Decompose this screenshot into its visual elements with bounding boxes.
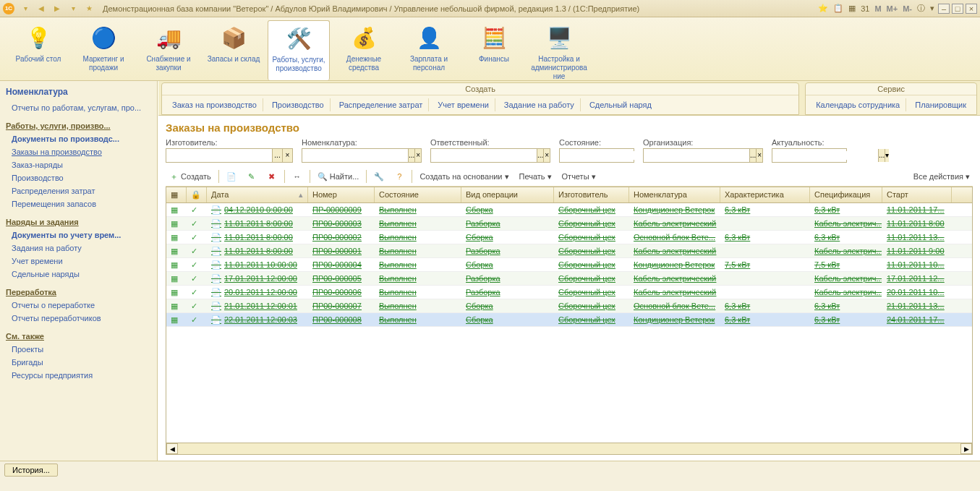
filter-clear[interactable]: × bbox=[282, 149, 292, 162]
sec-tab-1-1[interactable]: Планировщик bbox=[909, 98, 972, 111]
copy-button[interactable]: 📄 bbox=[223, 170, 239, 183]
maximize-button[interactable]: □ bbox=[952, 4, 963, 14]
sec-tab-0-2[interactable]: Распределение затрат bbox=[333, 98, 430, 111]
filter-combo[interactable]: ... × bbox=[643, 148, 763, 163]
filter-input[interactable] bbox=[772, 151, 878, 160]
filter-input[interactable] bbox=[166, 151, 272, 160]
sidebar-item-0-0[interactable]: Документы по производс... bbox=[6, 132, 151, 145]
nav-dropdown-button[interactable]: ▾ bbox=[66, 2, 80, 15]
filter-select[interactable]: ... bbox=[408, 149, 414, 162]
grid-col-header-5[interactable]: Вид операции bbox=[461, 187, 554, 202]
close-button[interactable]: × bbox=[966, 4, 977, 14]
history-button[interactable]: История... bbox=[4, 464, 58, 477]
main-nav-5[interactable]: 💰Денежные средства bbox=[333, 20, 395, 80]
sidebar-item-1-2[interactable]: Учет времени bbox=[6, 255, 151, 268]
sidebar-item-3-1[interactable]: Бригады bbox=[6, 356, 151, 369]
sec-tab-0-4[interactable]: Задание на работу bbox=[498, 98, 581, 111]
calc-icon[interactable]: ▦ bbox=[847, 4, 857, 13]
sidebar-item-1-3[interactable]: Сдельные наряды bbox=[6, 268, 151, 281]
main-nav-7[interactable]: 🧮Финансы bbox=[463, 20, 525, 80]
table-row[interactable]: ▦ ✓ 📄22.01.2011 12:00:03 ПР00-000008 Вып… bbox=[166, 313, 972, 327]
create-based-button[interactable]: Создать на основании ▾ bbox=[417, 171, 511, 183]
sidebar-item-3-2[interactable]: Ресурсы предприятия bbox=[6, 369, 151, 382]
filter-input[interactable] bbox=[302, 151, 408, 160]
table-row[interactable]: ▦ ✓ 📄11.01.2011 8:00:00 ПР00-000002 Выпо… bbox=[166, 231, 972, 244]
filter-select[interactable]: ... bbox=[272, 149, 282, 162]
grid-col-header-0[interactable]: ▦ bbox=[166, 187, 187, 202]
sidebar-panel-title[interactable]: Номенклатура bbox=[6, 87, 151, 97]
sidebar-group-title-3[interactable]: См. также bbox=[6, 332, 151, 341]
table-row[interactable]: ▦ ✓ 📄21.01.2011 12:00:01 ПР00-000007 Вып… bbox=[166, 299, 972, 313]
filter-combo[interactable]: ... × bbox=[166, 148, 293, 163]
table-row[interactable]: ▦ ✓ 📄17.01.2011 12:00:00 ПР00-000005 Вып… bbox=[166, 272, 972, 286]
filter-input[interactable] bbox=[431, 151, 537, 160]
filter-clear[interactable]: × bbox=[543, 149, 550, 162]
main-nav-2[interactable]: 🚚Снабжение и закупки bbox=[137, 20, 200, 80]
main-nav-8[interactable]: 🖥️Настройка и администрирование bbox=[528, 20, 590, 80]
table-row[interactable]: ▦ ✓ 📄11.01.2011 8:00:00 ПР00-000001 Выпо… bbox=[166, 244, 972, 258]
nav-back-button[interactable]: ◀ bbox=[34, 2, 48, 15]
m-minus-button[interactable]: M- bbox=[901, 4, 913, 13]
sidebar-item-0-3[interactable]: Производство bbox=[6, 171, 151, 184]
filter-select[interactable]: ... bbox=[749, 149, 756, 162]
sidebar-item-0-5[interactable]: Перемещения запасов bbox=[6, 197, 151, 210]
sidebar-item-1-1[interactable]: Задания на работу bbox=[6, 242, 151, 255]
grid-col-header-6[interactable]: Изготовитель bbox=[554, 187, 629, 202]
main-nav-3[interactable]: 📦Запасы и склад bbox=[203, 20, 265, 80]
reports-button[interactable]: Отчеты ▾ bbox=[559, 171, 599, 183]
sidebar-group-title-1[interactable]: Наряды и задания bbox=[6, 218, 151, 226]
filter-combo[interactable]: ... × bbox=[430, 148, 550, 163]
scroll-left-button[interactable]: ◀ bbox=[166, 443, 178, 454]
filter-input[interactable] bbox=[644, 151, 749, 160]
main-nav-6[interactable]: 👤Зарплата и персонал bbox=[398, 20, 460, 80]
settings-button[interactable]: 🔧 bbox=[371, 170, 387, 183]
grid-col-header-4[interactable]: Состояние bbox=[375, 187, 461, 202]
fav-add-icon[interactable]: ⭐ bbox=[817, 4, 830, 13]
table-row[interactable]: ▦ ✓ 📄11.01.2011 10:00:00 ПР00-000004 Вып… bbox=[166, 258, 972, 272]
grid-col-header-2[interactable]: Дата ▴ bbox=[207, 187, 308, 202]
sidebar-item-1-0[interactable]: Документы по учету врем... bbox=[6, 229, 151, 242]
filter-select[interactable]: ... bbox=[878, 149, 885, 162]
edit-button[interactable]: ✎ bbox=[244, 170, 260, 183]
sidebar-item-3-0[interactable]: Проекты bbox=[6, 343, 151, 356]
calendar-icon[interactable]: 31 bbox=[859, 4, 871, 13]
create-button[interactable]: ＋Создать bbox=[166, 170, 214, 183]
delete-button[interactable]: ✖ bbox=[264, 170, 280, 183]
main-nav-0[interactable]: 💡Рабочий стол bbox=[7, 20, 69, 80]
grid-col-header-10[interactable]: Старт bbox=[882, 187, 952, 202]
help-button[interactable]: ? bbox=[391, 170, 407, 183]
grid-col-header-8[interactable]: Характеристика bbox=[720, 187, 810, 202]
clipboard-icon[interactable]: 📋 bbox=[832, 4, 845, 13]
dropdown-icon[interactable]: ▾ bbox=[18, 2, 33, 15]
scroll-right-button[interactable]: ▶ bbox=[960, 443, 972, 454]
filter-combo[interactable]: ... × bbox=[302, 148, 422, 163]
filter-select[interactable]: ... bbox=[537, 149, 543, 162]
table-row[interactable]: ▦ ✓ 📄11.01.2011 8:00:00 ПР00-000003 Выпо… bbox=[166, 217, 972, 231]
sidebar-item-0-4[interactable]: Распределения затрат bbox=[6, 184, 151, 197]
table-row[interactable]: ▦ ✓ 📄20.01.2011 12:00:00 ПР00-000006 Вып… bbox=[166, 286, 972, 299]
filter-combo[interactable]: ... ▾ bbox=[772, 148, 847, 163]
print-button[interactable]: Печать ▾ bbox=[516, 171, 555, 183]
sidebar-item-2-0[interactable]: Отчеты о переработке bbox=[6, 299, 151, 312]
filter-combo[interactable]: ... × bbox=[559, 148, 634, 163]
main-nav-1[interactable]: 🔵Маркетинг и продажи bbox=[72, 20, 135, 80]
sec-tab-0-5[interactable]: Сдельный наряд bbox=[584, 98, 657, 111]
all-actions-button[interactable]: Все действия ▾ bbox=[911, 171, 973, 183]
swap-button[interactable]: ↔ bbox=[289, 170, 305, 183]
m-button[interactable]: M bbox=[873, 4, 882, 13]
nav-forward-button[interactable]: ▶ bbox=[50, 2, 64, 15]
sec-tab-0-0[interactable]: Заказ на производство bbox=[166, 98, 263, 111]
grid-body[interactable]: ▦ ✓ 📄04.12.2010 0:00:00 ПР-00000009 Выпо… bbox=[166, 203, 972, 443]
grid-col-header-1[interactable]: 🔒 bbox=[187, 187, 207, 202]
minimize-button[interactable]: – bbox=[938, 4, 950, 14]
grid-col-header-3[interactable]: Номер bbox=[308, 187, 375, 202]
grid-horizontal-scrollbar[interactable]: ◀ ▶ bbox=[166, 443, 972, 454]
sec-tab-0-3[interactable]: Учет времени bbox=[432, 98, 495, 111]
table-row[interactable]: ▦ ✓ 📄04.12.2010 0:00:00 ПР-00000009 Выпо… bbox=[166, 203, 972, 217]
info-dropdown[interactable]: ▾ bbox=[929, 4, 936, 13]
m-plus-button[interactable]: M+ bbox=[885, 4, 900, 13]
sidebar-item-0-2[interactable]: Заказ-наряды bbox=[6, 158, 151, 171]
sidebar-reports-link[interactable]: Отчеты по работам, услугам, про... bbox=[6, 101, 151, 114]
sec-tab-1-0[interactable]: Календарь сотрудника bbox=[810, 98, 906, 111]
main-nav-4[interactable]: 🛠️Работы, услуги, производство bbox=[268, 20, 330, 80]
